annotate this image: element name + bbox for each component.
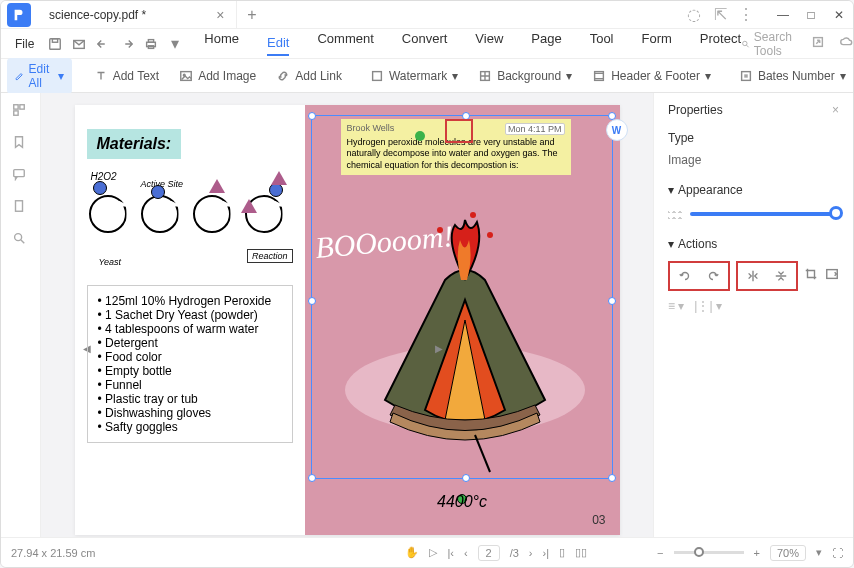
bates-label: Bates Number	[758, 69, 835, 83]
minimize-button[interactable]: —	[769, 3, 797, 27]
bates-number-button[interactable]: Bates Number▾	[733, 65, 852, 87]
chevron-down-icon[interactable]: ▾	[668, 183, 674, 197]
menu-view[interactable]: View	[475, 31, 503, 56]
properties-panel: Properties × Type Image ▾Appearance ▾Act…	[653, 93, 853, 537]
header-footer-label: Header & Footer	[611, 69, 700, 83]
zoom-slider[interactable]	[674, 551, 744, 554]
next-page-icon[interactable]: ›	[529, 547, 533, 559]
zoom-in-icon[interactable]: +	[754, 547, 760, 559]
chevron-down-icon[interactable]: ▾	[668, 237, 674, 251]
svg-point-19	[14, 234, 21, 241]
rotate-left-icon[interactable]	[672, 263, 698, 289]
search-tools[interactable]: Search Tools	[741, 30, 797, 58]
replace-image-icon[interactable]	[825, 261, 840, 287]
list-item: Safty goggles	[98, 420, 282, 434]
last-page-icon[interactable]: ›|	[543, 547, 550, 559]
canvas[interactable]: ◀ Materials: H2O2 Active Site Yeast Reac…	[41, 93, 653, 537]
maximize-button[interactable]: □	[797, 3, 825, 27]
list-item: Plastic tray or tub	[98, 392, 282, 406]
mail-icon[interactable]	[68, 33, 90, 55]
zoom-out-icon[interactable]: −	[657, 547, 663, 559]
main-menu: Home Edit Comment Convert View Page Tool…	[204, 31, 741, 56]
menu-bar: File ▾ Home Edit Comment Convert View Pa…	[1, 29, 853, 59]
fit-page-icon[interactable]: ⛶	[832, 547, 843, 559]
menu-comment[interactable]: Comment	[317, 31, 373, 56]
first-page-icon[interactable]: |‹	[447, 547, 454, 559]
save-icon[interactable]	[44, 33, 66, 55]
menu-convert[interactable]: Convert	[402, 31, 448, 56]
open-external-icon[interactable]	[811, 35, 825, 52]
next-page-handle[interactable]: ▶	[435, 343, 443, 354]
print-dropdown-icon[interactable]: ▾	[164, 33, 186, 55]
kebab-icon[interactable]: ⋮	[735, 4, 757, 26]
edit-all-button[interactable]: Edit All ▾	[7, 58, 72, 94]
zoom-thumb[interactable]	[694, 547, 704, 557]
properties-title: Properties	[668, 103, 723, 117]
cloud-icon[interactable]	[839, 35, 853, 52]
close-panel-icon[interactable]: ×	[832, 103, 839, 117]
svg-point-6	[743, 41, 747, 45]
close-window-button[interactable]: ✕	[825, 3, 853, 27]
undo-icon[interactable]	[92, 33, 114, 55]
list-item: Food color	[98, 350, 282, 364]
two-page-icon[interactable]: ▯▯	[575, 546, 587, 559]
list-item: 4 tablespoons of warm water	[98, 322, 282, 336]
opacity-slider[interactable]	[690, 212, 839, 216]
align-dropdown[interactable]: ≡ ▾	[668, 299, 684, 313]
page-right: Brook Wells Mon 4:11 PM Hydrogen peroxid…	[305, 105, 620, 535]
thumbnails-icon[interactable]	[12, 103, 30, 121]
menu-tool[interactable]: Tool	[590, 31, 614, 56]
add-image-button[interactable]: Add Image	[173, 65, 262, 87]
resize-handle[interactable]	[608, 474, 616, 482]
select-tool-icon[interactable]: ▷	[429, 546, 437, 559]
menu-protect[interactable]: Protect	[700, 31, 741, 56]
document-tab[interactable]: science-copy.pdf * ×	[37, 1, 237, 28]
close-tab-icon[interactable]: ×	[216, 7, 224, 23]
page-input[interactable]: 2	[478, 545, 500, 561]
watermark-button[interactable]: Watermark▾	[364, 65, 464, 87]
menu-form[interactable]: Form	[642, 31, 672, 56]
attachment-icon[interactable]	[12, 199, 30, 217]
add-image-label: Add Image	[198, 69, 256, 83]
distribute-icon[interactable]: |⋮| ▾	[694, 299, 722, 313]
svg-rect-4	[149, 39, 154, 42]
list-item: Funnel	[98, 378, 282, 392]
background-button[interactable]: Background▾	[472, 65, 578, 87]
bookmark-icon[interactable]	[12, 135, 30, 153]
search-icon[interactable]	[12, 231, 30, 249]
page-number: 03	[592, 513, 605, 527]
resize-handle[interactable]	[308, 112, 316, 120]
single-page-icon[interactable]: ▯	[559, 546, 565, 559]
file-menu[interactable]: File	[5, 37, 44, 51]
add-link-button[interactable]: Add Link	[270, 65, 348, 87]
note-time: Mon 4:11 PM	[505, 123, 565, 135]
flip-horizontal-icon[interactable]	[740, 263, 766, 289]
title-bar: science-copy.pdf * × + ◌ ⇱ ⋮ — □ ✕	[1, 1, 853, 29]
hand-tool-icon[interactable]: ✋	[405, 546, 419, 559]
redo-icon[interactable]	[116, 33, 138, 55]
menu-edit[interactable]: Edit	[267, 35, 289, 56]
crop-icon[interactable]	[804, 261, 819, 287]
header-footer-button[interactable]: Header & Footer▾	[586, 65, 717, 87]
print-icon[interactable]	[140, 33, 162, 55]
add-text-button[interactable]: Add Text	[88, 65, 165, 87]
zoom-dropdown-icon[interactable]: ▾	[816, 546, 822, 559]
new-tab-button[interactable]: +	[237, 6, 266, 24]
rotate-right-icon[interactable]	[700, 263, 726, 289]
flip-vertical-icon[interactable]	[768, 263, 794, 289]
comment-icon[interactable]	[12, 167, 30, 185]
ai-icon[interactable]: ◌	[683, 4, 705, 26]
page-total: /3	[510, 547, 519, 559]
slider-thumb[interactable]	[829, 206, 843, 220]
page-dimensions: 27.94 x 21.59 cm	[11, 547, 95, 559]
rotate-handle-top[interactable]	[415, 131, 425, 141]
prev-page-icon[interactable]: ‹	[464, 547, 468, 559]
share-icon[interactable]: ⇱	[709, 4, 731, 26]
menu-home[interactable]: Home	[204, 31, 239, 56]
resize-handle[interactable]	[608, 297, 616, 305]
zoom-value[interactable]: 70%	[770, 545, 806, 561]
h2o2-label: H2O2	[91, 171, 117, 182]
menu-page[interactable]: Page	[531, 31, 561, 56]
rotate-group	[668, 261, 730, 291]
word-export-icon[interactable]: W	[606, 119, 628, 141]
